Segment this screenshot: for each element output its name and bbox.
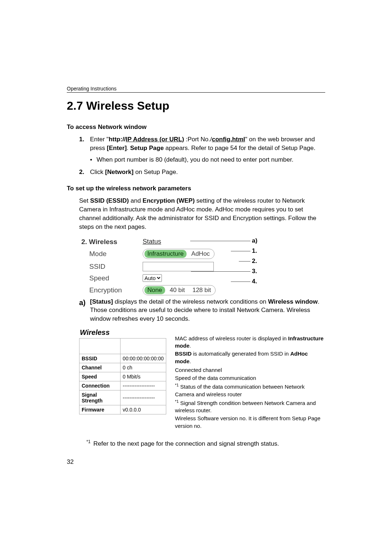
mode-label: Mode [79, 247, 140, 260]
step-2: 2. Click [Network] on Setup Page. [79, 168, 325, 177]
callout-1: 1. [252, 247, 257, 255]
running-header: Operating Instructions [67, 86, 325, 93]
wireless-form: 2. Wireless Status Mode Infrastructure A… [79, 236, 246, 291]
params-subhead: To set up the wireless network parameter… [67, 185, 325, 192]
callout-2: 2. [252, 258, 257, 265]
status-link[interactable]: Status [143, 238, 161, 245]
table-row: Signal Strength------------------- [79, 390, 166, 405]
mode-infra[interactable]: Infrastructure [144, 250, 187, 258]
wireless-status-title: Wireless [80, 328, 166, 337]
step-1-text: Enter "http://IP Address (or URL) :Port … [90, 135, 325, 153]
step-1-num: 1. [79, 135, 90, 153]
enc-radio-group[interactable]: None 40 bit 128 bit [143, 285, 216, 295]
table-row: Speed0 Mbit/s [79, 372, 166, 381]
status-explanations: MAC address of wireless router is displa… [175, 335, 325, 430]
ssid-label: SSID [79, 260, 140, 273]
a-lead: a) [79, 297, 90, 323]
enc-40[interactable]: 40 bit [167, 286, 188, 294]
ssid-input[interactable] [143, 262, 214, 271]
footnote: *1Refer to the next page for the connect… [86, 439, 325, 447]
page-number: 32 [67, 458, 325, 466]
step-1-bullet: • When port number is 80 (default), you … [90, 156, 325, 163]
step-2-text: Click [Network] on Setup Page. [90, 168, 325, 177]
wireless-status-table: Wireless BSSID00:00:00:00:00:00 Channel0… [79, 327, 166, 414]
step-2-num: 2. [79, 168, 90, 177]
wireless-form-title: 2. Wireless [79, 236, 140, 247]
access-subhead: To access Network window [67, 123, 325, 131]
wireless-status-block: Wireless BSSID00:00:00:00:00:00 Channel0… [79, 327, 325, 430]
step-1: 1. Enter "http://IP Address (or URL) :Po… [79, 135, 325, 153]
callout-3: 3. [252, 268, 257, 275]
section-heading: 2.7 Wireless Setup [67, 99, 325, 113]
params-para: Set SSID (ESSID) and Encryption (WEP) se… [79, 197, 325, 231]
callout-4: 4. [252, 278, 257, 285]
encryption-label: Encryption [79, 284, 140, 297]
table-row: Channel0 ch [79, 363, 166, 372]
callout-a: a) [252, 237, 257, 244]
table-row: BSSID00:00:00:00:00:00 [79, 354, 166, 363]
speed-select[interactable]: Auto [143, 274, 162, 282]
speed-label: Speed [79, 273, 140, 284]
a-block: a) [Status] displays the detail of the w… [79, 297, 325, 323]
table-row: Connection------------------- [79, 381, 166, 390]
enc-none[interactable]: None [144, 286, 165, 294]
mode-radio-group[interactable]: Infrastructure AdHoc [143, 249, 215, 259]
enc-128[interactable]: 128 bit [189, 286, 214, 294]
mode-adhoc[interactable]: AdHoc [188, 250, 213, 258]
table-row: Firmwarev0.0.0.0 [79, 405, 166, 414]
